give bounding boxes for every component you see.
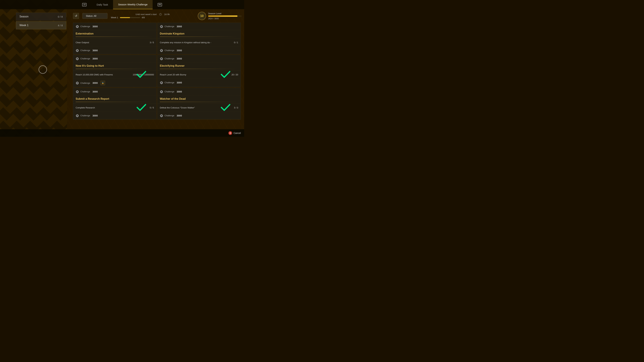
refresh-button[interactable]: ↺ bbox=[73, 13, 79, 19]
challenge-reward-row-3: Challenge 3000 bbox=[73, 55, 156, 62]
challenge-title-section-6: Watcher of the Dead bbox=[157, 95, 241, 104]
gear-icon-5 bbox=[76, 57, 79, 60]
checkmark-overlay-6 bbox=[220, 103, 230, 112]
gear-icon-9 bbox=[76, 90, 79, 93]
gear-icon-6 bbox=[76, 81, 79, 85]
clock-icon bbox=[159, 13, 162, 15]
week1-label: Week 1 bbox=[20, 24, 28, 27]
challenge-divider-2 bbox=[160, 36, 238, 37]
challenge-title-6: Watcher of the Dead bbox=[160, 97, 238, 100]
reward-icon-3: 🏅 bbox=[100, 81, 105, 85]
time-remaining: 2d 9h bbox=[164, 13, 170, 15]
challenge-divider-5 bbox=[76, 102, 154, 102]
challenge-reward-row-6: Challenge 3000 bbox=[157, 88, 241, 95]
tab-daily-task[interactable]: Daily Task bbox=[92, 0, 113, 9]
content-header: ↺ Status: All Until next week's start 2d… bbox=[73, 12, 242, 20]
season-xp-bar bbox=[208, 15, 242, 17]
challenge-card-electrifying: Challenge 3000 Electrifying Runner Reach… bbox=[157, 55, 241, 87]
rb-icon: RB bbox=[158, 3, 162, 6]
challenges-grid: Challenge 3000 Extermination Clear Outpo… bbox=[73, 23, 242, 119]
gear-icon-3 bbox=[160, 25, 163, 28]
until-next-label: Until next week's start 2d 9h bbox=[111, 13, 194, 15]
challenge-points-2b: 3000 bbox=[177, 49, 182, 52]
challenge-card-research: Challenge 3000 Submit a Research Report … bbox=[73, 88, 157, 119]
challenge-label-2: Challenge bbox=[164, 25, 174, 28]
sidebar-item-week1[interactable]: Week 1 4 / 8 bbox=[16, 21, 66, 29]
challenge-points-1b: 3000 bbox=[92, 49, 98, 52]
challenge-divider-4 bbox=[160, 69, 238, 69]
challenge-task-progress-6: 3 / 3 bbox=[234, 106, 238, 109]
challenge-second-reward-4: Challenge 3000 bbox=[157, 79, 241, 86]
challenge-divider-6 bbox=[160, 102, 238, 102]
challenge-card-now-hurts: Challenge 3000 Now It's Going to Hurt Re… bbox=[73, 55, 157, 87]
season-xp-fill bbox=[208, 15, 238, 17]
challenge-title-section-1: Extermination bbox=[73, 30, 156, 38]
challenge-title-section-3: Now It's Going to Hurt bbox=[73, 62, 156, 70]
challenge-title-2: Dominate Kingston bbox=[160, 32, 238, 35]
challenge-title-3: Now It's Going to Hurt bbox=[76, 64, 154, 67]
gear-icon-12 bbox=[160, 114, 163, 117]
challenge-points-3b: 3000 bbox=[92, 82, 98, 84]
challenge-title-1: Extermination bbox=[76, 32, 154, 35]
challenge-task-row-5: Complete Research 5 / 5 bbox=[73, 104, 156, 112]
challenge-points-5: 3000 bbox=[92, 90, 98, 93]
checkmark-overlay-4 bbox=[220, 70, 230, 79]
challenge-task-row-1: Clear Outpost 3 / 5 bbox=[73, 38, 156, 47]
week-progress-count: 4/8 bbox=[142, 16, 145, 19]
sidebar-item-season[interactable]: Season 0 / 8 bbox=[16, 12, 66, 21]
main-content: ↺ Status: All Until next week's start 2d… bbox=[70, 9, 244, 137]
season-weekly-label: Season Weekly Challenge bbox=[118, 3, 148, 6]
challenge-points-4b: 3000 bbox=[177, 81, 182, 84]
challenge-label-1: Challenge bbox=[80, 25, 90, 28]
challenge-second-reward-2: Challenge 3000 bbox=[157, 47, 241, 54]
challenge-task-row-2: Complete any mission in Kingston without… bbox=[157, 38, 241, 47]
tab-lb[interactable]: LB bbox=[77, 0, 92, 9]
sidebar: Season 0 / 8 Week 1 4 / 8 bbox=[16, 12, 66, 30]
season-label: Season bbox=[20, 15, 28, 18]
checkmark-icon-5 bbox=[136, 103, 146, 112]
challenge-points-5b: 3000 bbox=[92, 114, 98, 117]
lb-icon: LB bbox=[82, 3, 86, 6]
gear-icon-7 bbox=[160, 57, 163, 60]
challenge-label-3: Challenge bbox=[80, 57, 90, 60]
season-xp-text: 2624 / 3000 bbox=[208, 17, 242, 20]
daily-task-label: Daily Task bbox=[96, 3, 108, 6]
season-level-section: 10 Season Level 2624 / 3000 bbox=[198, 12, 242, 20]
challenge-divider-3 bbox=[76, 69, 154, 69]
challenge-task-text-2: Complete any mission in Kingston without… bbox=[160, 41, 234, 44]
challenge-task-text-3: Reach 10,000,000 DMG with Firearms bbox=[76, 73, 133, 76]
challenge-task-row-4: Reach Level 20 with Bunny 20 / 20 bbox=[157, 70, 241, 79]
gear-icon-2 bbox=[76, 49, 79, 52]
season-level-label: Season Level bbox=[208, 12, 242, 15]
gear-icon-10 bbox=[76, 114, 79, 117]
challenge-label-6: Challenge bbox=[164, 90, 174, 93]
checkmark-icon-4 bbox=[220, 70, 230, 79]
week-progress-fill bbox=[120, 17, 130, 18]
challenge-points-4: 3000 bbox=[177, 57, 182, 60]
tab-season-weekly[interactable]: Season Weekly Challenge bbox=[113, 0, 152, 9]
challenge-title-5: Submit a Research Report bbox=[76, 97, 154, 100]
challenge-points-3: 3000 bbox=[92, 57, 98, 60]
tab-rb[interactable]: RB bbox=[152, 0, 167, 9]
refresh-icon: ↺ bbox=[75, 14, 77, 18]
season-level-info: Season Level 2624 / 3000 bbox=[208, 12, 242, 20]
challenge-card-extermination: Challenge 3000 Extermination Clear Outpo… bbox=[73, 23, 157, 54]
challenge-reward-row-2: Challenge 3000 bbox=[157, 23, 241, 30]
challenge-divider-1 bbox=[76, 36, 154, 37]
gear-icon-11 bbox=[160, 90, 163, 93]
cancel-label[interactable]: Cancel bbox=[234, 132, 241, 134]
status-filter[interactable]: Status: All bbox=[82, 13, 108, 19]
season-level-icon: 10 bbox=[198, 12, 206, 20]
challenge-title-section-4: Electrifying Runner bbox=[157, 62, 241, 70]
week1-count: 4 / 8 bbox=[58, 24, 63, 27]
challenge-points-1: 3000 bbox=[92, 25, 98, 28]
challenge-reward-row-1: Challenge 3000 bbox=[73, 23, 156, 30]
bottom-bar: B Cancel bbox=[0, 129, 244, 137]
challenge-label-6b: Challenge bbox=[164, 114, 174, 117]
challenge-card-dominate-kingston: Challenge 3000 Dominate Kingston Complet… bbox=[157, 23, 241, 54]
gear-icon-8 bbox=[160, 81, 163, 84]
checkmark-icon-6 bbox=[220, 103, 230, 112]
status-filter-label: Status: All bbox=[86, 14, 96, 17]
challenge-second-reward-6: Challenge 3000 bbox=[157, 112, 241, 119]
circle-indicator bbox=[38, 65, 47, 74]
